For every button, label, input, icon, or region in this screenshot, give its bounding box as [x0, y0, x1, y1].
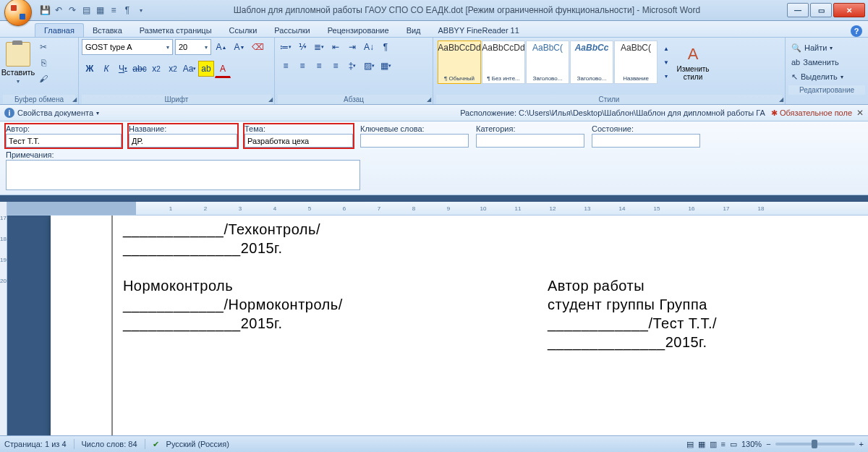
group-styles-label: Стили — [436, 95, 782, 104]
tab-review[interactable]: Рецензирование — [319, 24, 398, 37]
subject-field[interactable] — [244, 134, 353, 148]
docprops-title[interactable]: Свойства документа — [17, 108, 93, 117]
style-item[interactable]: AaBbCcЗаголово... — [570, 40, 613, 84]
tab-layout[interactable]: Разметка страницы — [131, 24, 221, 37]
subject-label: Тема: — [244, 124, 353, 133]
author-field[interactable] — [6, 134, 122, 148]
decrease-indent-button[interactable]: ⇤ — [328, 39, 344, 55]
document-page[interactable]: ____________/Техконтроль/ ______________… — [51, 216, 868, 436]
dialog-launcher-icon[interactable]: ◢ — [268, 96, 273, 103]
increase-indent-button[interactable]: ⇥ — [344, 39, 360, 55]
shrink-font-icon[interactable]: A▼ — [231, 39, 247, 55]
copy-icon[interactable]: ⎘ — [36, 56, 51, 70]
category-field[interactable] — [476, 134, 584, 148]
align-left-button[interactable]: ≡ — [278, 58, 294, 74]
close-button[interactable]: ✕ — [833, 3, 865, 17]
style-gallery[interactable]: AaBbCcDd¶ Обычный AaBbCcDd¶ Без инте... … — [436, 39, 670, 85]
undo-icon[interactable]: ↶ — [53, 4, 64, 16]
zoom-level[interactable]: 130% — [741, 440, 762, 448]
superscript-button[interactable]: x2 — [165, 61, 181, 77]
numbering-button[interactable]: ⅟▾ — [294, 39, 310, 55]
line-spacing-button[interactable]: ‡▾ — [344, 58, 360, 74]
find-button[interactable]: 🔍Найти▾ — [791, 40, 862, 55]
redo-icon[interactable]: ↷ — [67, 4, 78, 16]
clipboard-icon — [6, 42, 30, 67]
view-web-icon[interactable]: ▥ — [710, 440, 717, 449]
style-item[interactable]: AaBbCcDd¶ Обычный — [438, 40, 481, 84]
maximize-button[interactable]: ▭ — [810, 3, 832, 17]
select-button[interactable]: ↖Выделить▾ — [791, 69, 862, 84]
view-draft-icon[interactable]: ▭ — [730, 440, 737, 449]
borders-button[interactable]: ▦▾ — [378, 58, 393, 74]
sort-button[interactable]: A↓ — [361, 39, 377, 55]
clear-formatting-icon[interactable]: ⌫ — [250, 39, 265, 55]
qat-icon[interactable]: ¶ — [122, 4, 133, 16]
font-name-combo[interactable]: GOST type A▾ — [82, 39, 173, 55]
font-size-combo[interactable]: 20▾ — [175, 39, 211, 55]
view-outline-icon[interactable]: ≡ — [721, 440, 726, 448]
align-center-button[interactable]: ≡ — [294, 58, 310, 74]
bold-button[interactable]: Ж — [82, 61, 98, 77]
status-field[interactable] — [592, 134, 700, 148]
paste-button[interactable]: Вставить ▾ — [3, 39, 33, 87]
justify-button[interactable]: ≡ — [328, 58, 344, 74]
save-icon[interactable]: 💾 — [39, 4, 51, 16]
align-right-button[interactable]: ≡ — [311, 58, 327, 74]
help-icon[interactable]: ? — [851, 25, 862, 37]
tab-mailings[interactable]: Рассылки — [265, 24, 318, 37]
title-label: Название: — [129, 124, 237, 133]
tab-abbyy[interactable]: ABBYY FineReader 11 — [430, 24, 528, 37]
zoom-out-button[interactable]: − — [766, 440, 770, 448]
style-more-icon[interactable]: ▾ — [658, 69, 674, 82]
style-item[interactable]: AaBbCcDd¶ Без инте... — [482, 40, 525, 84]
qat-icon[interactable]: ▦ — [94, 4, 106, 16]
dialog-launcher-icon[interactable]: ◢ — [427, 96, 431, 103]
change-case-button[interactable]: Aa▾ — [182, 61, 197, 77]
vertical-ruler: 17181920 — [0, 202, 7, 436]
view-print-icon[interactable]: ▤ — [686, 440, 694, 449]
word-count[interactable]: Число слов: 84 — [82, 440, 137, 448]
bullets-button[interactable]: ≔▾ — [278, 39, 294, 55]
cut-icon[interactable]: ✂ — [36, 40, 51, 54]
tab-references[interactable]: Ссылки — [221, 24, 266, 37]
close-panel-icon[interactable]: ✕ — [856, 108, 864, 118]
view-read-icon[interactable]: ▦ — [698, 440, 705, 449]
replace-button[interactable]: abЗаменить — [791, 55, 862, 69]
qat-icon[interactable]: ≡ — [108, 4, 119, 16]
change-styles-button[interactable]: A Изменить стили — [673, 39, 713, 87]
strike-button[interactable]: abc — [132, 61, 148, 77]
dialog-launcher-icon[interactable]: ◢ — [779, 96, 783, 103]
format-painter-icon[interactable]: 🖌 — [36, 72, 51, 86]
keywords-field[interactable] — [360, 134, 469, 148]
style-scroll-down-icon[interactable]: ▼ — [658, 56, 674, 69]
style-scroll-up-icon[interactable]: ▲ — [658, 42, 674, 55]
chevron-down-icon[interactable]: ▾ — [96, 110, 99, 116]
highlight-button[interactable]: ab — [198, 61, 214, 77]
font-color-button[interactable]: A — [215, 61, 231, 78]
spell-check-icon[interactable]: ✔ — [153, 440, 159, 449]
dialog-launcher-icon[interactable]: ◢ — [72, 96, 77, 103]
page-status[interactable]: Страница: 1 из 4 — [4, 440, 67, 448]
title-field[interactable] — [129, 134, 237, 148]
qat-icon[interactable]: ▤ — [80, 4, 92, 16]
underline-button[interactable]: Ч▾ — [115, 61, 131, 77]
category-label: Категория: — [476, 124, 584, 133]
quick-access-toolbar: 💾 ↶ ↷ ▤ ▦ ≡ ¶ ▾ — [39, 4, 147, 16]
tab-view[interactable]: Вид — [398, 24, 430, 37]
language-status[interactable]: Русский (Россия) — [166, 440, 229, 448]
italic-button[interactable]: К — [98, 61, 114, 77]
shading-button[interactable]: ▨▾ — [361, 58, 377, 74]
subscript-button[interactable]: x2 — [148, 61, 164, 77]
grow-font-icon[interactable]: A▲ — [213, 39, 229, 55]
comments-field[interactable] — [6, 160, 360, 190]
qat-dropdown-icon[interactable]: ▾ — [135, 4, 147, 16]
tab-insert[interactable]: Вставка — [84, 24, 131, 37]
minimize-button[interactable]: — — [787, 3, 809, 17]
style-item[interactable]: AaBbC(Заголово... — [526, 40, 569, 84]
zoom-in-button[interactable]: + — [859, 440, 864, 448]
tab-home[interactable]: Главная — [35, 23, 84, 37]
multilevel-button[interactable]: ≣▾ — [311, 39, 327, 55]
show-marks-button[interactable]: ¶ — [378, 39, 393, 55]
zoom-slider[interactable] — [775, 443, 855, 445]
style-item[interactable]: AaBbC(Название — [614, 40, 658, 84]
